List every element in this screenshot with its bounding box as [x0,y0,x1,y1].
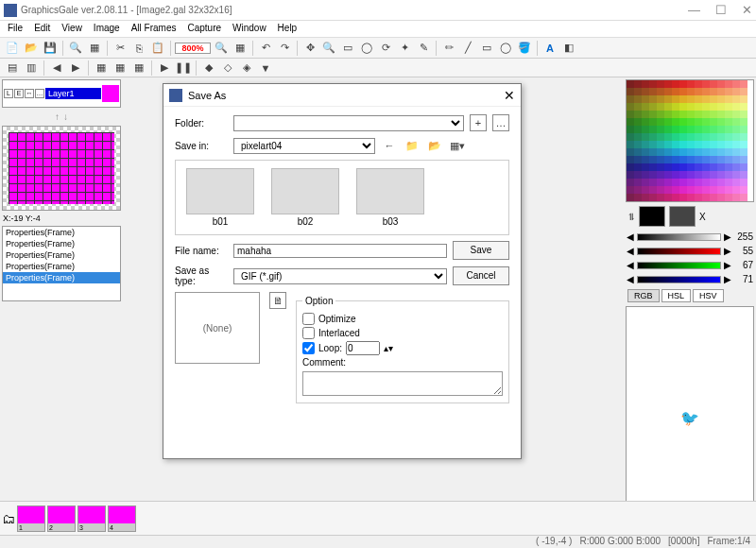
file-browser[interactable]: b01 b02 b03 [175,160,509,235]
menu-bar[interactable]: File Edit View Image All Frames Capture … [0,21,756,38]
menu-item[interactable]: Capture [187,23,221,35]
grid-icon[interactable]: ▦ [86,40,103,57]
back-icon[interactable]: ← [381,137,398,154]
minimize-button[interactable]: — [688,3,700,17]
dialog-close-icon[interactable]: ✕ [504,88,515,103]
layer-panel[interactable]: LE↔… Layer1 [2,79,121,108]
frame-thumb[interactable]: 2 [47,505,76,532]
new-icon[interactable]: 📄 [4,40,21,57]
menu-item[interactable]: Window [232,23,266,35]
layer-name[interactable]: Layer1 [45,88,101,99]
menu-item[interactable]: All Frames [131,23,177,35]
list-item[interactable]: Properties(Frame) [3,238,120,249]
b-slider[interactable] [637,276,721,283]
interlaced-checkbox[interactable] [302,327,315,339]
maximize-button[interactable]: ☐ [715,3,727,17]
zoom-icon[interactable]: 🔍 [320,40,337,57]
folder-select[interactable] [233,115,464,131]
filename-input[interactable] [233,244,447,258]
select-rect-icon[interactable]: ▭ [339,40,356,57]
tool-c-icon[interactable]: ◈ [238,60,255,77]
spinner-icon[interactable]: ▴▾ [384,343,393,353]
line-icon[interactable]: ╱ [459,40,476,57]
grid-toggle-icon[interactable]: ▦ [232,40,249,57]
list-item[interactable]: Properties(Frame) [3,272,120,283]
more-icon[interactable]: … [492,114,509,131]
text-icon[interactable]: A [541,40,558,57]
nav-down-icon[interactable]: ↓ [63,111,68,122]
savein-select[interactable]: pixelart04 [233,138,375,154]
menu-item[interactable]: View [61,23,82,35]
list-item[interactable]: Properties(Frame) [3,249,120,261]
select-oval-icon[interactable]: ◯ [358,40,375,57]
sample-icon[interactable]: ◧ [560,40,577,57]
layer2-icon[interactable]: ▥ [23,60,40,77]
pause-icon[interactable]: ❚❚ [175,60,192,77]
frame-thumb[interactable]: 4 [108,505,136,532]
browse-icon[interactable]: 🗎 [269,292,286,309]
loop-checkbox[interactable] [302,342,315,354]
frame-add-icon[interactable]: ▦ [93,60,110,77]
close-button[interactable]: ✕ [742,3,752,17]
x-icon[interactable]: X [699,212,706,222]
mode-rgb[interactable]: RGB [627,289,660,302]
lasso-icon[interactable]: ⟳ [377,40,394,57]
frame-thumb[interactable]: 1 [17,505,45,532]
file-item[interactable]: b02 [268,168,342,227]
undo-icon[interactable]: ↶ [257,40,274,57]
view-icon[interactable]: ▦▾ [449,137,466,154]
frame-thumb[interactable]: 3 [77,505,106,532]
comment-textarea[interactable] [302,371,503,396]
ellipse-icon[interactable]: ◯ [497,40,514,57]
nav-up-icon[interactable]: ↑ [55,111,60,122]
paste-icon[interactable]: 📋 [149,40,166,57]
open-icon[interactable]: 📂 [23,40,40,57]
saveas-select[interactable]: GIF (*.gif) [233,268,447,284]
g-slider[interactable] [637,262,721,269]
frame-del-icon[interactable]: ▦ [112,60,129,77]
r-slider[interactable] [637,248,721,255]
cut-icon[interactable]: ✂ [112,40,129,57]
loop-input[interactable] [346,341,380,355]
layer-icon[interactable]: ▤ [4,60,21,77]
prev-icon[interactable]: ◀ [48,60,65,77]
new-folder-icon[interactable]: 📂 [426,137,443,154]
next-icon[interactable]: ▶ [67,60,84,77]
save-button[interactable]: Save [453,241,509,260]
menu-item[interactable]: Image [94,23,120,35]
tool-a-icon[interactable]: ◆ [200,60,217,77]
move-icon[interactable]: ✥ [301,40,318,57]
copy-icon[interactable]: ⎘ [130,40,147,57]
search-icon[interactable]: 🔍 [67,40,84,57]
file-item[interactable]: b03 [353,168,427,227]
menu-item[interactable]: File [8,23,23,35]
list-item[interactable]: Properties(Frame) [3,261,120,272]
play-icon[interactable]: ▶ [156,60,173,77]
rect-icon[interactable]: ▭ [478,40,495,57]
tool-b-icon[interactable]: ◇ [219,60,236,77]
redo-icon[interactable]: ↷ [276,40,293,57]
menu-item[interactable]: Help [278,23,298,35]
canvas-preview[interactable] [2,126,121,211]
property-list[interactable]: Properties(Frame) Properties(Frame) Prop… [2,226,121,301]
list-item[interactable]: Properties(Frame) [3,227,120,238]
pencil-icon[interactable]: ✏ [440,40,457,57]
zoom-level[interactable]: 800% [175,43,211,54]
color-palette[interactable] [626,79,754,202]
foreground-swatch[interactable] [639,206,665,227]
tool-d-icon[interactable]: ▼ [257,60,274,77]
mode-hsl[interactable]: HSL [662,289,692,302]
optimize-checkbox[interactable] [302,313,315,325]
swap-icon[interactable]: ⥮ [627,212,635,222]
timeline-icon[interactable]: 🗂 [2,511,15,526]
frame-dup-icon[interactable]: ▦ [130,60,147,77]
cancel-button[interactable]: Cancel [453,266,509,285]
file-item[interactable]: b01 [183,168,257,227]
picker-icon[interactable]: ✎ [415,40,432,57]
background-swatch[interactable] [669,206,696,227]
mode-hsv[interactable]: HSV [693,289,724,302]
menu-item[interactable]: Edit [34,23,50,35]
gray-slider[interactable] [637,233,721,241]
save-icon[interactable]: 💾 [42,40,59,57]
add-folder-icon[interactable]: + [470,114,487,131]
